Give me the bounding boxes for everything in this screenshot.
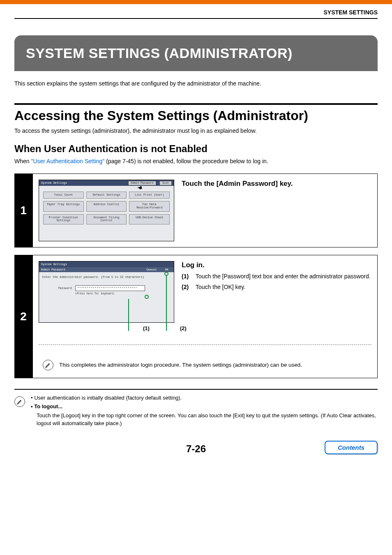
password-input[interactable]: ******************************* (75, 285, 145, 291)
info-bullet-1: • User authentication is initially disab… (31, 394, 378, 402)
info-block: • User authentication is initially disab… (14, 389, 378, 432)
callout-line-2 (166, 276, 167, 331)
dashed-separator (39, 345, 371, 345)
default-settings-button[interactable]: Default Settings (86, 192, 127, 199)
callout-label-1: (1) (143, 325, 150, 331)
fax-data-button[interactable]: Fax Data Receive/Forward (129, 201, 170, 211)
step-2-title: Log in. (182, 261, 371, 269)
page-title: SYSTEM SETTINGS (ADMINISTRATOR) (14, 35, 378, 71)
user-auth-link[interactable]: "User Authentication Setting" (31, 158, 104, 164)
ok-button[interactable]: OK (162, 268, 172, 272)
substep-2-text: Touch the [OK] key. (196, 283, 245, 291)
printer-condition-button[interactable]: Printer Condition Settings (43, 214, 84, 224)
usb-device-button[interactable]: USB-Device Check (129, 214, 170, 224)
step-2-number: 2 (14, 255, 32, 378)
exit-button[interactable]: Exit (159, 181, 172, 185)
section-heading-2: When User Authentication is not Enabled (14, 143, 378, 155)
password-label: Password (42, 287, 72, 290)
step-2-screenshot: System Settings Admin Password Cancel OK (39, 261, 174, 331)
pencil-info-icon (14, 396, 25, 407)
total-count-button[interactable]: Total Count (43, 192, 84, 199)
step-1-number: 1 (14, 173, 32, 247)
intro-text: This section explains the system setting… (14, 80, 378, 87)
address-control-button[interactable]: Address Control (86, 201, 127, 211)
pencil-note-icon (43, 360, 53, 370)
paper-tray-button[interactable]: Paper Tray Settings (43, 201, 84, 211)
header-label: SYSTEM SETTINGS (14, 9, 378, 19)
callout-label-2: (2) (180, 325, 187, 331)
panel2-title: System Settings (41, 263, 67, 266)
title-text: SYSTEM SETTINGS (ADMINISTRATOR) (26, 45, 293, 61)
admin-password-button[interactable]: Admin Password (128, 181, 157, 185)
substep-1-number: (1) (182, 273, 192, 280)
section-heading-1: Accessing the System Settings (Administr… (14, 108, 378, 123)
list-print-button[interactable]: List Print (User) (129, 192, 170, 199)
keyboard-hint: ↳Press here for keyboard. (75, 292, 171, 295)
password-instruction: Enter the administrator password. (From … (42, 275, 171, 279)
info-bullet-2-text: Touch the [Logout] key in the top right … (37, 412, 378, 428)
substep-2-number: (2) (182, 283, 192, 291)
step-1-screenshot: System Settings Admin Password Exit Tota… (39, 180, 174, 241)
step-2-note: This completes the administrator login p… (59, 362, 302, 368)
section-rule (14, 103, 378, 105)
section-1-text: To access the system settings (administr… (14, 127, 378, 134)
page-number: 7-26 (14, 443, 378, 455)
callout-marker-2 (164, 272, 168, 276)
step-2: 2 System Settings Admin Password Cancel (14, 255, 378, 378)
substep-1-text: Touch the [Password] text box and enter … (196, 273, 371, 280)
cancel-button[interactable]: Cancel (143, 268, 160, 272)
callout-marker-1 (145, 295, 149, 299)
step-1-instruction: Touch the [Admin Password] key. (182, 180, 371, 188)
step-1: 1 System Settings Admin Password Exit (14, 173, 378, 247)
section-2-suffix: (page 7-45) is not enabled, follow the p… (104, 158, 268, 164)
doc-filing-button[interactable]: Document Filing Control (86, 214, 127, 224)
callout-line-1 (128, 299, 129, 331)
panel1-title: System Settings (41, 181, 67, 185)
panel2-subtitle: Admin Password (41, 268, 65, 271)
section-2-prefix: When (14, 158, 31, 164)
section-2-text: When "User Authentication Setting" (page… (14, 158, 378, 164)
contents-button[interactable]: Contents (325, 441, 378, 454)
top-accent-bar (0, 0, 392, 4)
info-bullet-2-label: • To logout... (31, 402, 378, 411)
